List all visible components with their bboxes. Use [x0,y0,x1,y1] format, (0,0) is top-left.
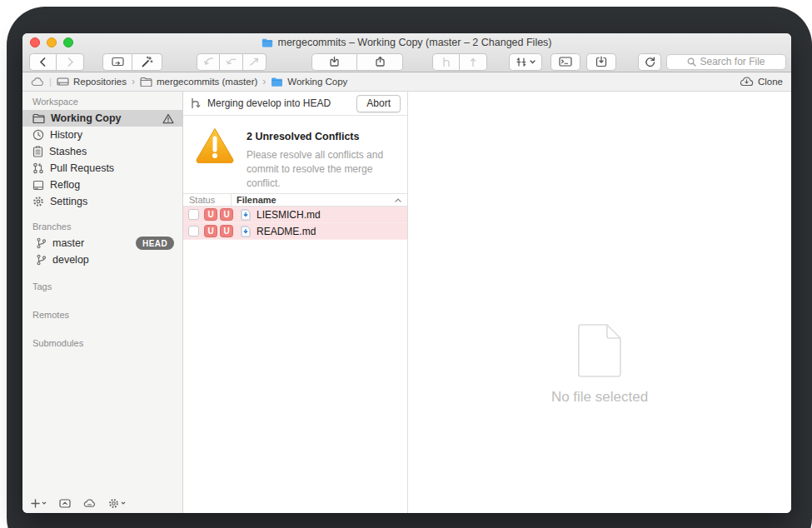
toolbar: Search for File [22,51,791,72]
markdown-file-icon [241,209,251,221]
chevron-down-icon [530,60,536,64]
sidebar-branch-master[interactable]: master HEAD [22,235,182,252]
revert-arrow-icon[interactable] [220,53,243,71]
remotes-section-header[interactable]: Remotes [22,305,182,323]
stage-checkbox[interactable] [188,226,199,237]
stash-group [311,53,403,71]
sidebar-branch-develop[interactable]: develop [22,252,182,268]
cloud-action-button[interactable] [83,499,96,508]
conflict-title: 2 Unresolved Conflicts [247,131,391,142]
merge-icon [190,97,201,109]
zoom-button[interactable] [63,37,73,47]
breadcrumb-bar: | Repositories › mergecommits (master) ›… [22,72,791,92]
gear-icon [108,498,119,509]
clipboard-icon [32,146,43,157]
breadcrumb-working-copy[interactable]: Working Copy [271,77,347,87]
empty-state-text: No file selected [551,389,648,406]
stash-apply-button[interactable] [357,53,403,71]
merge-status-text: Merging develop into HEAD [207,97,331,109]
conflict-text: 2 Unresolved Conflicts Please resolve al… [247,127,391,193]
empty-document-icon [577,323,622,378]
filename: README.md [257,226,316,237]
search-placeholder: Search for File [700,56,765,67]
forward-button[interactable] [57,53,84,71]
filename: LIESMICH.md [257,209,321,221]
detail-panel: No file selected [408,92,791,513]
branch-icon [36,237,47,249]
folder-icon [32,113,45,123]
computer-icon [57,77,69,87]
push-arrow-icon[interactable] [460,53,487,71]
column-filename[interactable]: Filename [232,195,407,205]
breadcrumb-repositories[interactable]: Repositories [57,77,127,87]
window-chrome: mergecommits – Working Copy (master – 2 … [22,33,791,72]
window-title: mergecommits – Working Copy (master – 2 … [22,33,791,51]
gear-icon [32,196,44,207]
stash-save-button[interactable] [311,53,357,71]
empty-state: No file selected [551,323,648,406]
sidebar-item-reflog[interactable]: Reflog [22,177,182,193]
back-button[interactable] [29,53,57,71]
sidebar-item-settings[interactable]: Settings [22,193,182,210]
breadcrumb-repository[interactable]: mergecommits (master) [140,77,257,87]
folder-blue-icon [271,77,283,87]
main-area: Workspace Working Copy History Stashes P… [22,92,791,513]
conflict-file-row[interactable]: U U README.md [183,223,407,240]
refresh-button[interactable] [638,53,661,71]
sidebar-footer [22,493,182,513]
unmerged-status-badge: U [220,208,233,221]
chevron-down-icon [42,501,47,505]
window-title-text: mergecommits – Working Copy (master – 2 … [277,37,551,48]
conflict-message: Please resolve all conflicts and commit … [247,148,391,191]
add-button[interactable] [31,499,47,508]
quick-actions-wand-button[interactable] [132,53,162,71]
sidebar-item-stashes[interactable]: Stashes [22,143,182,160]
merge-actions-group [197,53,267,71]
redo-arrow-icon[interactable] [243,53,267,71]
submodules-section-header[interactable]: Submodules [22,333,182,351]
titlebar: mergecommits – Working Copy (master – 2 … [22,33,791,51]
open-in-finder-button[interactable] [102,53,132,71]
head-badge: HEAD [136,237,174,250]
breadcrumb-separator: › [262,76,266,87]
terminal-button[interactable] [550,53,580,71]
search-icon [687,57,696,67]
toggle-panel-button[interactable] [59,499,71,508]
discard-arrow-icon[interactable] [197,53,220,71]
merge-status-bar: Merging develop into HEAD Abort [183,92,407,116]
close-button[interactable] [30,37,40,47]
conflict-summary: 2 Unresolved Conflicts Please resolve al… [183,116,407,193]
conflict-file-row[interactable]: U U LIESMICH.md [183,207,407,223]
clone-button[interactable]: Clone [740,77,783,87]
unmerged-status-badge: U [204,225,217,237]
sidebar-item-history[interactable]: History [22,127,182,143]
breadcrumb-divider: | [49,77,52,87]
chevron-down-icon [121,501,126,505]
sidebar-item-pull-requests[interactable]: Pull Requests [22,160,182,177]
folder-icon [140,77,152,87]
minimize-button[interactable] [47,37,57,47]
sort-ascending-icon [395,198,401,202]
traffic-lights [30,37,73,47]
tags-section-header[interactable]: Tags [22,276,182,295]
workspace-section-header: Workspace [22,92,182,110]
clock-icon [32,129,44,141]
branch-icon [36,254,47,266]
file-table-header: Status Filename [183,193,407,207]
history-nav-group [29,53,84,71]
abort-button[interactable]: Abort [356,95,401,112]
stage-checkbox[interactable] [188,209,199,220]
search-input[interactable]: Search for File [666,54,786,70]
file-list-panel: Merging develop into HEAD Abort 2 Unreso… [183,92,408,513]
gear-menu-button[interactable] [108,498,126,509]
warning-icon [162,113,174,124]
sidebar: Workspace Working Copy History Stashes P… [22,92,183,513]
journal-icon [32,180,44,191]
column-status[interactable]: Status [183,194,232,206]
sidebar-item-working-copy[interactable]: Working Copy [22,110,182,127]
compare-dropdown-button[interactable] [509,53,542,71]
merge-branch-icon[interactable] [432,53,460,71]
app-window: mergecommits – Working Copy (master – 2 … [22,33,791,513]
cloud-icon[interactable] [31,77,44,87]
open-in-editor-button[interactable] [586,53,616,71]
